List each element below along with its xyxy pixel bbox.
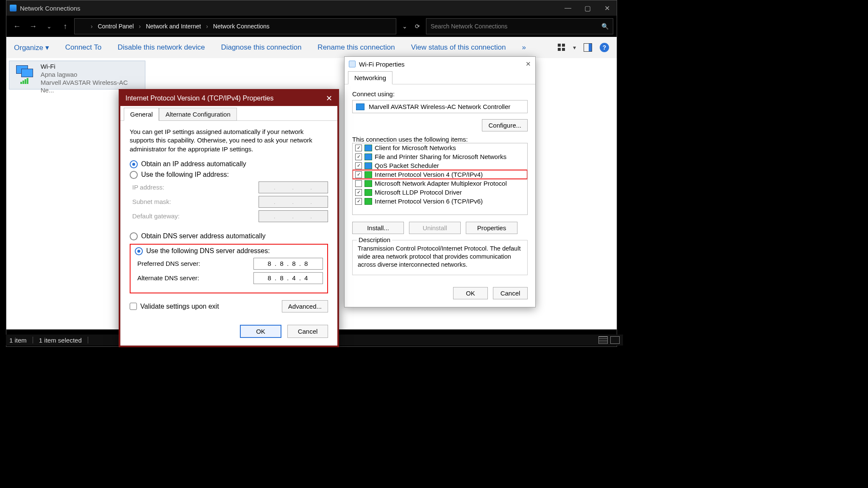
wifi-icon: [349, 61, 356, 67]
item-label: File and Printer Sharing for Microsoft N…: [375, 153, 506, 160]
organize-menu[interactable]: Organize ▾: [14, 43, 49, 52]
install-button[interactable]: Install...: [352, 222, 404, 234]
connection-items-list[interactable]: Client for Microsoft NetworksFile and Pr…: [352, 143, 528, 215]
nav-bar: ← → ⌄ ↑ › Control Panel › Network and In…: [6, 16, 617, 37]
item-label: Microsoft LLDP Protocol Driver: [375, 189, 462, 196]
subnet-mask-field: [259, 196, 328, 208]
item-label: Internet Protocol Version 6 (TCP/IPv6): [375, 198, 483, 205]
connection-item[interactable]: Internet Protocol Version 6 (TCP/IPv6): [353, 197, 527, 206]
layout-dropdown-button[interactable]: ▾: [573, 44, 576, 51]
breadcrumb-sep-icon: ›: [91, 23, 93, 30]
ipv4-intro-text: You can get IP settings assigned automat…: [130, 128, 328, 153]
ok-button[interactable]: OK: [240, 325, 281, 338]
use-following-dns-radio[interactable]: Use the following DNS server addresses:: [135, 247, 323, 255]
connection-item[interactable]: QoS Packet Scheduler: [353, 161, 527, 170]
item-checkbox[interactable]: [355, 180, 362, 187]
network-adapter-icon: [16, 65, 33, 77]
connection-item[interactable]: File and Printer Sharing for Microsoft N…: [353, 152, 527, 161]
forward-button[interactable]: →: [26, 19, 40, 33]
connection-item[interactable]: Microsoft Network Adapter Multiplexor Pr…: [353, 179, 527, 188]
item-checkbox[interactable]: [355, 162, 362, 169]
minimize-button[interactable]: —: [558, 0, 578, 16]
close-button[interactable]: ✕: [326, 94, 332, 103]
protocol-icon: [364, 189, 372, 196]
more-commands-button[interactable]: »: [522, 43, 526, 52]
layout-icon[interactable]: [558, 44, 565, 51]
back-button[interactable]: ←: [10, 19, 24, 33]
default-gateway-field: [259, 210, 328, 222]
refresh-button[interactable]: ⟳: [415, 23, 420, 30]
configure-button[interactable]: Configure...: [482, 119, 528, 131]
item-checkbox[interactable]: [355, 198, 362, 205]
item-label: Internet Protocol Version 4 (TCP/IPv4): [375, 171, 483, 178]
adapter-wifi-tile[interactable]: Wi-Fi Apna lagwao Marvell AVASTAR Wirele…: [9, 61, 145, 89]
tab-networking[interactable]: Networking: [348, 71, 392, 84]
dialog-title: Internet Protocol Version 4 (TCP/IPv4) P…: [125, 95, 273, 102]
connect-to-button[interactable]: Connect To: [65, 43, 102, 52]
view-status-button[interactable]: View status of this connection: [411, 43, 506, 52]
default-gateway-label: Default gateway:: [132, 212, 180, 220]
tab-general[interactable]: General: [124, 108, 159, 121]
diagnose-button[interactable]: Diagnose this connection: [221, 43, 301, 52]
maximize-button[interactable]: ▢: [578, 0, 597, 16]
preferred-dns-field[interactable]: 8 . 8 . 8 . 8: [253, 258, 323, 270]
search-placeholder: Search Network Connections: [431, 23, 507, 30]
properties-button[interactable]: Properties: [466, 222, 517, 234]
search-box[interactable]: Search Network Connections 🔍: [426, 18, 613, 34]
use-following-ip-radio[interactable]: Use the following IP address:: [130, 171, 328, 179]
item-checkbox[interactable]: [355, 145, 362, 151]
window-title: Network Connections: [20, 5, 81, 12]
item-label: Microsoft Network Adapter Multiplexor Pr…: [375, 180, 507, 187]
disable-device-button[interactable]: Disable this network device: [117, 43, 205, 52]
connection-item[interactable]: Microsoft LLDP Protocol Driver: [353, 188, 527, 197]
item-checkbox[interactable]: [355, 153, 362, 160]
breadcrumb-sep-icon: ›: [139, 23, 141, 30]
validate-settings-checkbox[interactable]: Validate settings upon exit: [130, 303, 219, 310]
close-button[interactable]: ✕: [597, 0, 617, 16]
breadcrumb-item[interactable]: Network Connections: [213, 23, 270, 30]
wifi-properties-dialog: Wi-Fi Properties ✕ Networking Connect us…: [344, 56, 536, 307]
details-view-button[interactable]: [598, 336, 608, 344]
item-label: Client for Microsoft Networks: [375, 144, 456, 151]
cancel-button[interactable]: Cancel: [287, 325, 328, 338]
breadcrumb-item[interactable]: Control Panel: [98, 23, 134, 30]
protocol-icon: [364, 180, 372, 187]
item-checkbox[interactable]: [355, 189, 362, 196]
large-icons-view-button[interactable]: [610, 336, 620, 344]
obtain-dns-auto-radio[interactable]: Obtain DNS server address automatically: [130, 232, 328, 240]
ipv4-properties-dialog: Internet Protocol Version 4 (TCP/IPv4) P…: [119, 89, 339, 347]
search-icon: 🔍: [601, 23, 609, 30]
connection-item[interactable]: Internet Protocol Version 4 (TCP/IPv4): [353, 170, 527, 179]
help-button[interactable]: ?: [600, 43, 609, 52]
connection-item[interactable]: Client for Microsoft Networks: [353, 143, 527, 152]
protocol-icon: [364, 171, 372, 178]
close-button[interactable]: ✕: [526, 60, 531, 68]
description-label: Description: [357, 236, 392, 243]
breadcrumb-item[interactable]: Network and Internet: [146, 23, 201, 30]
preview-pane-icon[interactable]: [584, 43, 592, 52]
address-bar[interactable]: › Control Panel › Network and Internet ›…: [74, 18, 396, 34]
ok-button[interactable]: OK: [453, 287, 488, 299]
alternate-dns-field[interactable]: 8 . 8 . 4 . 4: [253, 272, 323, 284]
rename-button[interactable]: Rename this connection: [317, 43, 395, 52]
adapter-text: Marvell AVASTAR Wireless-AC Network Cont…: [369, 103, 510, 110]
dialog-title: Wi-Fi Properties: [359, 61, 405, 68]
connect-using-label: Connect using:: [352, 90, 528, 98]
ip-address-field: [259, 181, 328, 193]
breadcrumb-sep-icon: ›: [206, 23, 208, 30]
address-dropdown-button[interactable]: ⌄: [402, 23, 407, 30]
advanced-button[interactable]: Advanced...: [282, 300, 328, 312]
preferred-dns-label: Preferred DNS server:: [137, 260, 200, 267]
item-label: QoS Packet Scheduler: [375, 162, 439, 169]
obtain-ip-auto-radio[interactable]: Obtain an IP address automatically: [130, 160, 328, 168]
adapter-network: Apna lagwao: [41, 71, 142, 79]
recent-locations-button[interactable]: ⌄: [42, 19, 56, 33]
item-checkbox[interactable]: [355, 171, 362, 178]
adapter-field[interactable]: Marvell AVASTAR Wireless-AC Network Cont…: [352, 100, 528, 113]
tab-alternate-configuration[interactable]: Alternate Configuration: [159, 108, 236, 121]
up-button[interactable]: ↑: [58, 19, 72, 33]
cancel-button[interactable]: Cancel: [493, 287, 528, 299]
adapter-icon: [356, 103, 364, 110]
explorer-titlebar: Network Connections — ▢ ✕: [6, 0, 617, 16]
command-bar: Organize ▾ Connect To Disable this netwo…: [6, 37, 617, 58]
